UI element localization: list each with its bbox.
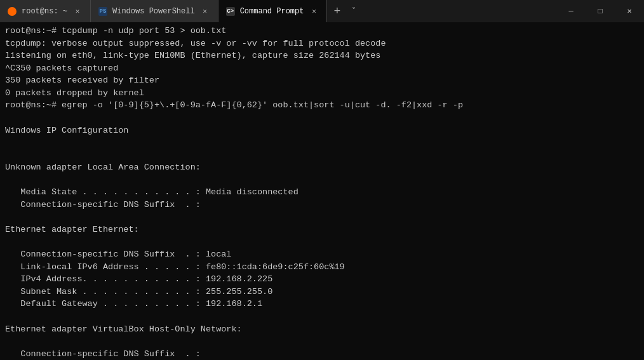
terminal-body: root@ns:~# tcpdump -n udp port 53 > oob.… — [0, 22, 644, 360]
tab-label: Command Prompt — [240, 7, 304, 16]
minimize-button[interactable]: ─ — [556, 0, 586, 22]
tab-label: Windows PowerShell — [112, 7, 195, 16]
title-bar: root@ns: ~✕PSWindows PowerShell✕C>Comman… — [0, 0, 644, 22]
powershell-icon: PS — [98, 7, 107, 16]
cmd-icon: C> — [226, 7, 235, 16]
maximize-button[interactable]: □ — [586, 0, 615, 22]
tab-close-button[interactable]: ✕ — [200, 6, 210, 17]
tab-dropdown-button[interactable]: ˅ — [347, 0, 361, 22]
tab-close-button[interactable]: ✕ — [309, 6, 319, 17]
window-controls: ─ □ ✕ — [556, 0, 644, 22]
tab-add-button[interactable]: + — [327, 0, 347, 22]
tab-linux[interactable]: root@ns: ~✕ — [0, 0, 91, 22]
linux-icon — [8, 7, 17, 16]
close-button[interactable]: ✕ — [615, 0, 644, 22]
tab-powershell[interactable]: PSWindows PowerShell✕ — [91, 0, 218, 22]
tab-close-button[interactable]: ✕ — [72, 6, 83, 17]
tab-label: root@ns: ~ — [22, 7, 67, 16]
tab-cmd[interactable]: C>Command Prompt✕ — [218, 0, 328, 22]
